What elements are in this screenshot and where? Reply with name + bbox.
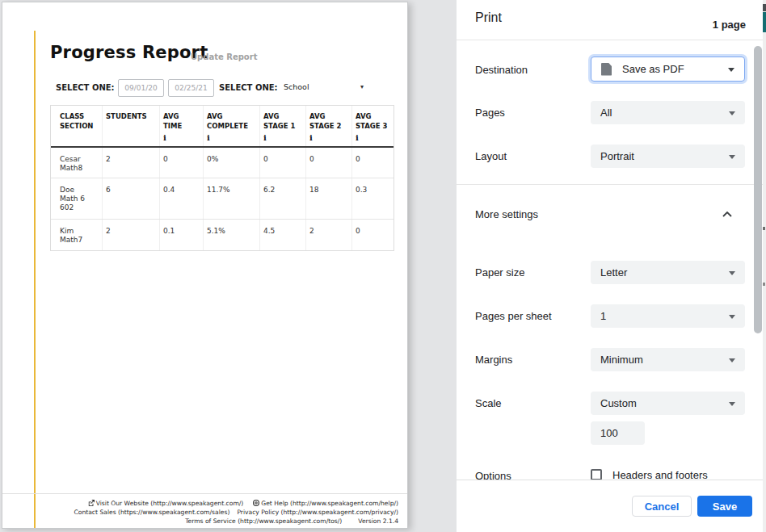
table-header-row: CLASS SECTION STUDENTS AVG TIMEi AVG COM… (51, 106, 394, 148)
table-row: Doe Math 6 602 6 0.4 11.7% 6.2 18 0.3 (51, 178, 394, 220)
chevron-up-icon (722, 212, 730, 216)
scale-value: Custom (600, 397, 637, 409)
footer-divider (2, 493, 408, 494)
background-page-mark (763, 283, 765, 286)
scale-dropdown[interactable]: Custom (591, 392, 745, 415)
date-to-field: 02/25/21 (168, 79, 214, 97)
cancel-button[interactable]: Cancel (632, 496, 692, 517)
print-dialog-screen: Progress Report Update Report SELECT ONE… (0, 0, 766, 532)
col-header: AVG TIMEi (160, 106, 204, 146)
more-settings-label: More settings (475, 208, 538, 220)
table-row: Kim Math7 2 0.1 5.1% 4.5 2 0 (51, 220, 394, 250)
layout-label: Layout (475, 150, 507, 162)
page-accent-line (34, 31, 36, 529)
background-page-edge (763, 0, 766, 532)
page-title: Progress Report (50, 43, 208, 62)
preview-page: Progress Report Update Report SELECT ONE… (2, 2, 408, 529)
paper-size-value: Letter (600, 266, 627, 279)
page-count: 1 page (713, 19, 746, 31)
update-report-button: Update Report (191, 52, 257, 61)
pdf-file-icon (601, 63, 612, 76)
info-icon: i (207, 133, 257, 143)
destination-dropdown[interactable]: Save as PDF (591, 57, 745, 82)
chevron-down-icon (729, 358, 735, 362)
layout-value: Portrait (600, 150, 634, 162)
save-button[interactable]: Save (697, 496, 752, 517)
chevron-down-icon (729, 315, 735, 319)
background-page-accent (763, 12, 766, 32)
preview-backdrop: Progress Report Update Report SELECT ONE… (0, 0, 457, 532)
external-link-icon (88, 500, 95, 506)
info-icon: i (263, 133, 303, 143)
info-icon: i (356, 133, 392, 143)
group-select-caret-icon: ▾ (360, 83, 364, 90)
pages-dropdown[interactable]: All (591, 101, 745, 124)
header-divider (457, 40, 766, 40)
col-header: AVG STAGE 2i (306, 106, 352, 146)
margins-value: Minimum (600, 354, 643, 366)
col-header: AVG COMPLETEi (204, 106, 260, 146)
destination-value: Save as PDF (622, 63, 684, 75)
table-row: Cesar Math8 2 0 0% 0 0 0 (51, 148, 394, 178)
destination-label: Destination (475, 64, 528, 76)
headers-footers-checkbox[interactable] (591, 469, 602, 480)
chevron-down-icon (729, 111, 735, 115)
pages-per-sheet-label: Pages per sheet (475, 310, 552, 322)
action-bar: Cancel Save (457, 480, 766, 532)
pages-per-sheet-value: 1 (600, 310, 606, 322)
select-one-label-dates: SELECT ONE: (56, 83, 115, 92)
info-icon: i (163, 133, 200, 143)
background-page-mark (763, 4, 766, 11)
margins-label: Margins (475, 354, 512, 366)
paper-size-label: Paper size (475, 266, 524, 279)
date-from-field: 09/01/20 (118, 79, 164, 97)
section-divider (457, 184, 766, 185)
help-icon (253, 500, 259, 506)
paper-size-dropdown[interactable]: Letter (591, 261, 745, 284)
contact-sales-link: Contact Sales (https://www.speakagent.co… (74, 508, 229, 517)
layout-dropdown[interactable]: Portrait (591, 145, 745, 168)
chevron-down-icon (729, 271, 735, 275)
pages-value: All (600, 107, 612, 119)
col-header: CLASS SECTION (51, 106, 103, 146)
print-settings-panel: Print 1 page Destination Save as PDF Pag… (457, 0, 766, 532)
panel-scrollbar[interactable] (754, 46, 762, 333)
scale-custom-input[interactable] (591, 421, 645, 445)
scale-label: Scale (475, 397, 502, 409)
progress-table: CLASS SECTION STUDENTS AVG TIMEi AVG COM… (50, 105, 394, 251)
col-header: AVG STAGE 1i (260, 106, 306, 146)
page-footer: Visit Our Website (http://www.speakagent… (43, 499, 398, 526)
background-page-mark (763, 227, 765, 230)
visit-website-link: Visit Our Website (http://www.speakagent… (88, 499, 244, 508)
pages-per-sheet-dropdown[interactable]: 1 (591, 304, 745, 328)
col-header: STUDENTS (103, 106, 160, 146)
info-icon: i (309, 133, 349, 143)
more-settings-toggle[interactable]: More settings (457, 196, 755, 233)
margins-dropdown[interactable]: Minimum (591, 348, 745, 371)
version-label: Version 2.1.4 (358, 517, 398, 526)
select-one-label-group: SELECT ONE: (219, 83, 278, 92)
dialog-title: Print (475, 10, 502, 25)
chevron-down-icon (729, 402, 735, 406)
group-select-value: School (284, 82, 309, 91)
chevron-down-icon (728, 68, 734, 72)
get-help-link: Get Help (http://www.speakagent.com/help… (253, 499, 398, 508)
terms-link: Terms of Service (http://www.speakagent.… (185, 517, 342, 526)
privacy-policy-link: Privacy Policy (http://www.speakagent.co… (237, 508, 398, 517)
pages-label: Pages (475, 107, 505, 119)
chevron-down-icon (729, 155, 735, 159)
col-header: AVG STAGE 3i (352, 106, 394, 146)
